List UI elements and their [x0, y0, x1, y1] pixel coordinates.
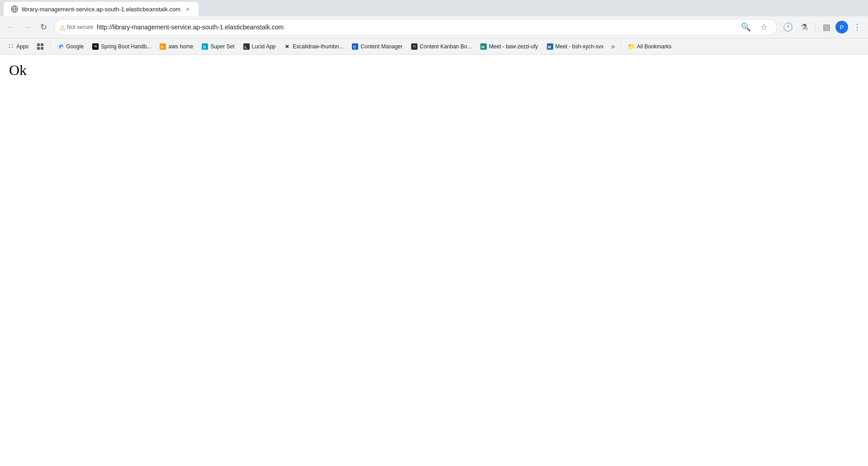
meet-bsh-favicon: M: [546, 43, 554, 50]
bookmark-lucid[interactable]: L Lucid App: [239, 41, 280, 52]
svg-text:M: M: [481, 45, 485, 49]
navigation-bar: ← → ↻ △ Not secure http://library-manage…: [0, 16, 868, 38]
url-text: http://library-management-service.ap-sou…: [97, 24, 735, 31]
reload-button[interactable]: ↻: [36, 20, 51, 34]
bookmark-content-manager[interactable]: C Content Manager: [348, 41, 406, 52]
bookmark-superset[interactable]: S Super Set: [198, 41, 238, 52]
not-secure-label: Not secure: [67, 24, 93, 30]
bookmark-meet-baw-label: Meet - baw-zezd-ufy: [489, 43, 538, 50]
profile-button[interactable]: P: [835, 21, 848, 33]
tab-bar: library-management-service.ap-south-1.el…: [0, 0, 868, 16]
content-manager-favicon: C: [351, 43, 359, 50]
excalidraw-favicon: ✕: [284, 43, 291, 50]
superset-favicon: S: [201, 43, 209, 50]
lucid-favicon: L: [243, 43, 250, 50]
bookmark-aws[interactable]: A aws home: [156, 41, 197, 52]
svg-text:A: A: [161, 45, 164, 49]
bookmark-spring-boot-label: Spring Boot Handb...: [101, 43, 151, 50]
more-bookmarks-button[interactable]: »: [608, 41, 618, 52]
apps-grid-icon: ∷: [7, 43, 14, 50]
nav-actions: 🕐 ⚗ ▤ P ⋮: [781, 20, 864, 34]
warning-icon: △: [60, 24, 65, 31]
bookmark-meet-baw[interactable]: M Meet - baw-zezd-ufy: [476, 41, 542, 52]
all-bookmarks-button[interactable]: 📁 All Bookmarks: [624, 41, 675, 52]
content-kanban-favicon: N: [411, 43, 418, 50]
bookmark-spring-boot[interactable]: N Spring Boot Handb...: [88, 41, 155, 52]
bookmark-grid[interactable]: [33, 41, 47, 52]
bookmark-superset-label: Super Set: [210, 43, 234, 50]
bookmark-google[interactable]: Google: [53, 41, 87, 52]
bookmark-meet-bsh-label: Meet - bsh-xych-svx: [555, 43, 604, 50]
bookmark-apps[interactable]: ∷ Apps: [4, 41, 32, 52]
ok-text: Ok: [9, 62, 859, 79]
aws-favicon: A: [159, 43, 166, 50]
svg-rect-3: [37, 43, 40, 46]
tab-favicon: [11, 5, 18, 13]
cast-icon[interactable]: ▤: [819, 20, 834, 34]
svg-text:✕: ✕: [285, 44, 289, 49]
not-secure-badge: △ Not secure: [60, 24, 93, 31]
svg-text:C: C: [353, 45, 356, 49]
svg-text:S: S: [203, 45, 206, 49]
bookmark-excalidraw[interactable]: ✕ Excalidraw-thumbn...: [280, 41, 347, 52]
all-bookmarks-label: All Bookmarks: [637, 43, 672, 50]
history-icon[interactable]: 🕐: [781, 20, 795, 34]
back-button[interactable]: ←: [4, 20, 18, 34]
bookmarks-divider-1: [50, 42, 51, 51]
grid-icon: [37, 43, 44, 50]
nav-divider: [815, 23, 816, 32]
bookmark-content-manager-label: Content Manager: [360, 43, 403, 50]
more-bookmarks-label: »: [611, 42, 615, 51]
tab-close-button[interactable]: ✕: [184, 5, 191, 13]
tab-title: library-management-service.ap-south-1.el…: [22, 6, 180, 13]
bookmark-content-kanban-label: Content Kanban Bo...: [420, 43, 472, 50]
bookmark-star-icon[interactable]: ☆: [757, 20, 771, 34]
bookmark-content-kanban[interactable]: N Content Kanban Bo...: [407, 41, 475, 52]
extensions-icon[interactable]: ⚗: [797, 20, 811, 34]
search-icon[interactable]: 🔍: [739, 20, 753, 34]
bookmark-google-label: Google: [66, 43, 84, 50]
forward-button[interactable]: →: [20, 20, 34, 34]
menu-icon[interactable]: ⋮: [850, 20, 864, 34]
page-content: Ok: [0, 55, 868, 461]
bookmarks-divider-2: [621, 42, 621, 51]
address-bar[interactable]: △ Not secure http://library-management-s…: [54, 19, 777, 35]
svg-text:M: M: [548, 45, 551, 49]
svg-rect-4: [41, 43, 43, 46]
bookmark-excalidraw-label: Excalidraw-thumbn...: [293, 43, 343, 50]
bookmarks-bar: ∷ Apps Google: [0, 38, 868, 54]
svg-text:L: L: [245, 45, 247, 49]
folder-icon: 📁: [627, 43, 635, 50]
meet-baw-favicon: M: [480, 43, 487, 50]
bookmark-apps-label: Apps: [16, 43, 28, 50]
bookmark-meet-bsh[interactable]: M Meet - bsh-xych-svx: [543, 41, 607, 52]
svg-rect-5: [37, 47, 40, 50]
svg-rect-6: [41, 47, 43, 50]
spring-boot-favicon: N: [92, 43, 99, 50]
active-tab[interactable]: library-management-service.ap-south-1.el…: [4, 2, 199, 16]
browser-chrome: library-management-service.ap-south-1.el…: [0, 0, 868, 55]
bookmark-lucid-label: Lucid App: [252, 43, 276, 50]
bookmark-aws-label: aws home: [168, 43, 193, 50]
google-favicon: [57, 43, 64, 50]
